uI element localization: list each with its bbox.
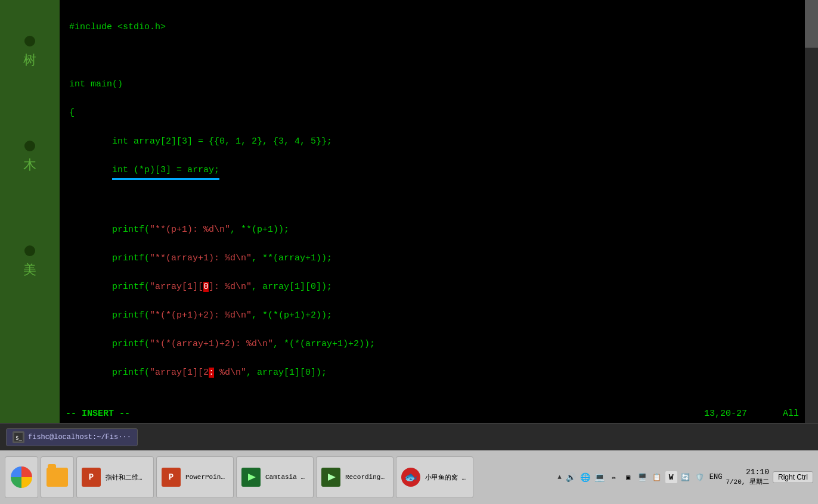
tray-icon-3: 💻 [594,471,606,483]
fish-label: 小甲鱼的窝 [... [425,473,468,482]
fish-icon: 🐟 [401,468,420,487]
svg-text:$_: $_ [16,435,22,441]
tray-icon-6: 🖥️ [637,471,649,483]
clock-time: 21:10 [726,467,769,478]
system-tray: ▲ 🔊 🌐 💻 ✏️ ▣ 🖥️ 📋 W 🔄 🛡️ ENG 21:10 7/20,… [557,450,813,504]
code-line-11: printf("*(*(p+1)+2): %d\n", *(*(p+1)+2))… [69,309,795,323]
left-dot-2 [24,141,35,151]
code-content: #include <stdio.h> int main() { int arra… [60,0,805,423]
tray-icon-5: ▣ [622,471,634,483]
terminal-icon: $_ [13,431,24,443]
ppt1-icon: P [82,468,101,487]
svg-marker-3 [328,474,336,481]
code-editor[interactable]: #include <stdio.h> int main() { int arra… [60,0,805,423]
system-clock: 21:10 7/20, 星期二 [726,467,769,487]
code-line-7 [69,194,795,209]
taskbar-bottom: P 指针和二维数... P PowerPoint ... Camtasia St… [0,450,818,504]
code-line-3: int main() [69,77,795,92]
tray-icon-4: ✏️ [608,471,620,483]
taskbar-app-camtasia[interactable]: Camtasia Stu... [236,456,314,498]
recording-label: Recording... [345,474,388,481]
terminal-label: fishc@localhost:~/Fis··· [28,433,131,441]
ppt2-label: PowerPoint ... [185,474,228,481]
tray-icon-8: W [665,471,677,483]
terminal-button[interactable]: $_ fishc@localhost:~/Fis··· [6,428,138,446]
left-char-3: 美 [23,261,36,279]
ppt2-icon: P [162,468,181,487]
tray-icons: 🔊 🌐 💻 ✏️ ▣ 🖥️ 📋 W 🔄 🛡️ [565,471,706,483]
cursor-position: 13,20-27 [704,409,747,419]
scroll-position: All [783,409,799,419]
code-line-2 [69,49,795,63]
taskbar: $_ fishc@localhost:~/Fis··· P 指针和二维数... [0,423,818,504]
editor-scrollbar[interactable] [805,0,818,423]
left-dot-3 [24,245,35,256]
code-line-6: int (*p)[3] = array; [69,163,795,180]
vim-status-bar: -- INSERT -- 13,20-27 All [60,404,805,423]
camtasia-label: Camtasia Stu... [265,474,308,481]
left-char-2: 木 [23,156,36,174]
left-char-1: 树 [23,51,36,69]
tray-icon-10: 🛡️ [694,471,706,483]
right-ctrl-button[interactable]: Right Ctrl [773,471,813,483]
left-dot-1 [24,36,35,46]
taskbar-top: $_ fishc@localhost:~/Fis··· [0,423,818,450]
scrollbar-thumb[interactable] [805,0,818,48]
tray-icon-2: 🌐 [580,471,591,483]
code-line-4: { [69,106,795,120]
code-line-1: #include <stdio.h> [69,20,795,35]
taskbar-app-fish[interactable]: 🐟 小甲鱼的窝 [... [396,456,473,498]
status-right: 13,20-27 All [704,409,799,419]
taskbar-app-ppt1[interactable]: P 指针和二维数... [76,456,154,498]
tray-icon-1: 🔊 [565,471,577,483]
code-line-12: printf("*(*(array+1)+2): %d\n", *(*(arra… [69,337,795,351]
vim-mode: -- INSERT -- [66,409,130,419]
code-line-13: printf("array[1][2: %d\n", array[1][0]); [69,366,795,380]
language-indicator[interactable]: ENG [709,473,723,481]
folder-icon [47,468,68,487]
taskbar-app-folder[interactable] [41,456,74,498]
chrome-icon [11,466,32,488]
clock-date: 7/20, 星期二 [726,478,769,487]
code-line-5: int array[2][3] = {{0, 1, 2}, {3, 4, 5}}… [69,135,795,149]
code-line-8: printf("**(p+1): %d\n", **(p+1)); [69,223,795,237]
svg-marker-2 [248,474,256,481]
code-line-9: printf("**(array+1): %d\n", **(array+1))… [69,251,795,266]
taskbar-app-ppt2[interactable]: P PowerPoint ... [156,456,234,498]
taskbar-app-recording[interactable]: Recording... [316,456,393,498]
tray-icon-9: 🔄 [680,471,692,483]
recording-icon [321,468,340,487]
camtasia-icon [241,468,261,487]
tray-icon-7: 📋 [651,471,663,483]
left-decorative-panel: 树 木 美 [0,0,60,471]
ppt1-label: 指针和二维数... [106,473,148,482]
tray-expand[interactable]: ▲ [557,474,562,481]
taskbar-app-chrome[interactable] [5,456,38,498]
code-line-10: printf("array[1][0]: %d\n", array[1][0])… [69,280,795,294]
